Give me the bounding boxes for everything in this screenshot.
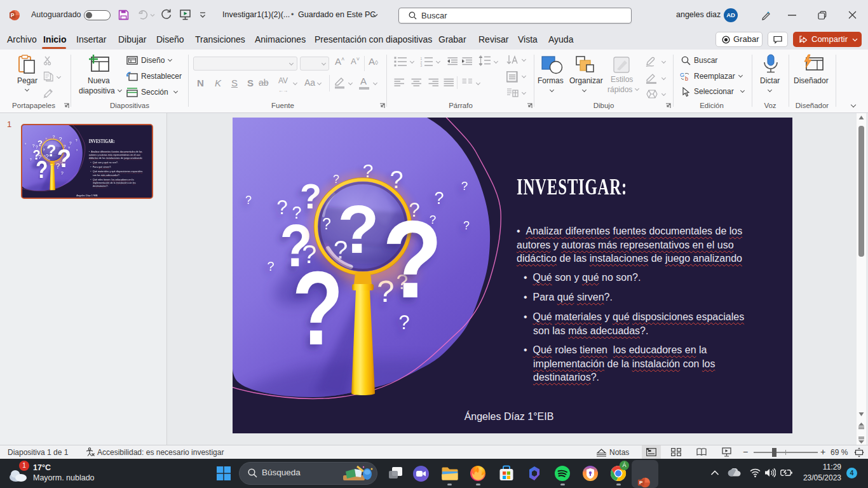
svg-text:?: ? (461, 179, 468, 193)
svg-text:b: b (685, 76, 688, 82)
svg-text:P: P (639, 480, 643, 485)
svg-text:?: ? (30, 158, 32, 161)
svg-text:?: ? (463, 219, 470, 232)
svg-text:?: ? (267, 259, 274, 273)
svg-text:G: G (680, 72, 684, 78)
svg-text:P: P (11, 12, 15, 18)
svg-text:?: ? (57, 144, 71, 172)
svg-text:?: ? (383, 198, 443, 320)
svg-text:3: 3 (421, 64, 423, 67)
svg-text:?: ? (245, 194, 252, 207)
